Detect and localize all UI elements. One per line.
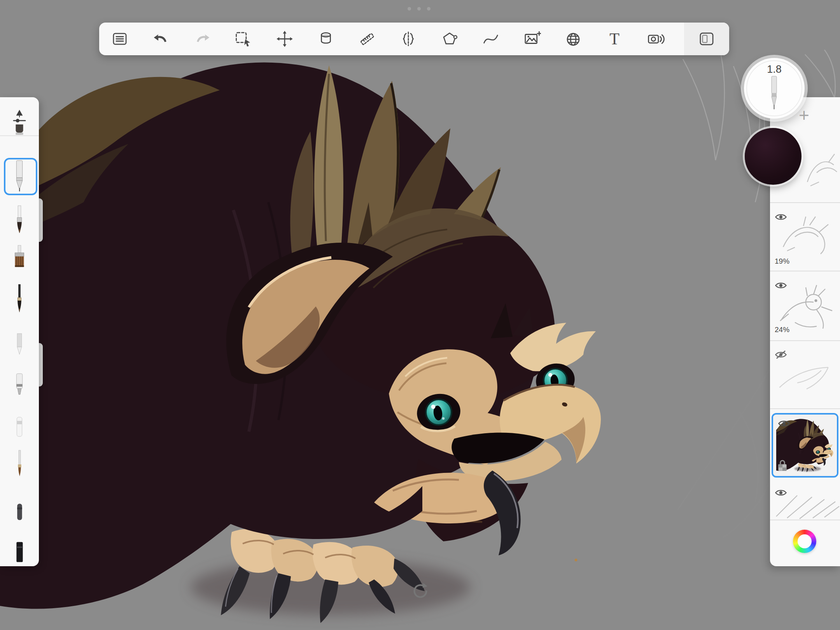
transform-tool[interactable]	[264, 23, 305, 55]
visibility-eye-icon[interactable]	[778, 418, 790, 430]
visibility-eye-icon[interactable]	[775, 488, 787, 499]
brush-size-value: 1.8	[767, 63, 782, 75]
fill-tool[interactable]	[305, 23, 346, 55]
brush-liner[interactable]	[0, 449, 39, 483]
brush-eraser[interactable]	[0, 414, 39, 448]
brush-size-hud[interactable]: 1.8	[744, 58, 805, 119]
visibility-eye-off-icon[interactable]	[775, 350, 787, 361]
shape-tool[interactable]	[429, 23, 470, 55]
marquee-select-tool[interactable]	[223, 23, 264, 55]
layer-separator	[770, 520, 840, 520]
import-image-tool[interactable]	[511, 23, 553, 55]
toolbar: T	[99, 23, 729, 55]
brush-preview-icon	[765, 75, 783, 112]
canvas[interactable]	[0, 0, 840, 630]
layer-row-selected[interactable]	[772, 413, 838, 478]
timelapse-tool[interactable]	[635, 23, 676, 55]
brush-ink[interactable]	[0, 283, 39, 317]
redo-button[interactable]	[182, 23, 223, 55]
brush-flat[interactable]	[0, 244, 39, 278]
brush-technical-pen[interactable]	[0, 159, 39, 193]
undo-button[interactable]	[140, 23, 182, 55]
text-tool-glyph: T	[609, 31, 620, 47]
ruler-tool[interactable]	[346, 23, 388, 55]
brush-scrolled[interactable]	[0, 124, 39, 158]
brush-panel	[0, 97, 39, 566]
drawing-app-window: T	[0, 0, 840, 630]
visibility-eye-icon[interactable]	[775, 280, 787, 292]
color-wheel-button[interactable]	[793, 530, 816, 553]
brush-marker[interactable]	[0, 372, 39, 406]
brush-black-marker[interactable]	[0, 539, 39, 574]
layer-row-19[interactable]: 19%	[770, 208, 840, 270]
page-handle-dots-icon[interactable]	[408, 7, 430, 10]
rotate-canvas-icon[interactable]	[410, 580, 431, 602]
brush-chalk[interactable]	[0, 331, 39, 365]
current-color-swatch[interactable]	[745, 128, 802, 185]
canvas-frame-tool[interactable]	[684, 23, 729, 55]
text-tool[interactable]: T	[594, 23, 635, 55]
layer-separator	[770, 271, 840, 271]
canvas-artwork	[0, 0, 840, 630]
layer-row-24[interactable]: 24%	[770, 276, 840, 338]
brush-crayon[interactable]	[0, 497, 39, 532]
symmetry-tool[interactable]	[388, 23, 429, 55]
layer-separator	[770, 340, 840, 341]
brush-round[interactable]	[0, 205, 39, 239]
layer-row-hidden[interactable]	[770, 346, 840, 407]
steady-stroke-tool[interactable]	[470, 23, 511, 55]
add-color-plus-icon[interactable]: +	[796, 106, 812, 124]
alpha-lock-icon	[776, 458, 789, 473]
visibility-eye-icon[interactable]	[775, 212, 787, 223]
perspective-tool[interactable]	[553, 23, 594, 55]
layer-row-bottom[interactable]	[770, 484, 840, 520]
layer-separator	[770, 202, 840, 203]
menu-button[interactable]	[99, 23, 140, 55]
layer-separator	[770, 408, 840, 409]
layer-opacity: 19%	[775, 257, 789, 266]
layer-opacity: 24%	[775, 326, 789, 334]
